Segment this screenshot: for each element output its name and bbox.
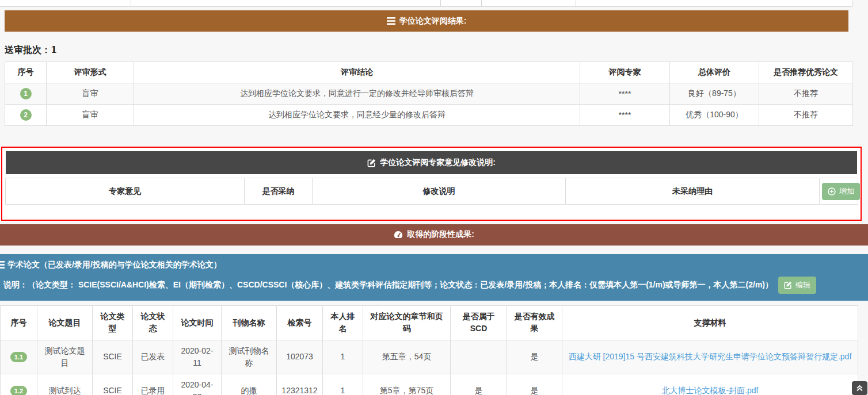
opinion-empty-row xyxy=(6,205,858,218)
recommend-cell: 不推荐 xyxy=(759,105,853,126)
support-material-link[interactable]: 北大博士论文模板-封面.pdf xyxy=(661,386,758,395)
edit-button[interactable]: 编辑 xyxy=(778,277,816,294)
col-review-conclusion: 评审结论 xyxy=(134,62,580,83)
title-cell: 测试论文题目 xyxy=(37,340,93,374)
table-row: 2 盲审 达到相应学位论文要求，同意经少量的修改后答辩 **** 优秀（100-… xyxy=(5,105,853,126)
seq-badge: 1.2 xyxy=(10,386,27,395)
opinion-modification-section: 学位论文评阅专家意见修改说明: 专家意见 是否采纳 修改说明 未采纳理由 增加 xyxy=(1,147,862,221)
conclusion-cell: 达到相应学位论文要求，同意经少量的修改后答辩 xyxy=(134,105,580,126)
form-cell: 盲审 xyxy=(47,105,134,126)
journal-cell: 的撒 xyxy=(222,374,277,395)
opinion-header-row: 专家意见 是否采纳 修改说明 未采纳理由 增加 xyxy=(6,178,858,205)
list-icon xyxy=(387,17,395,25)
add-button-label: 增加 xyxy=(839,186,854,197)
seq-cell: 1.1 xyxy=(1,340,37,374)
edit-square-icon xyxy=(367,159,376,167)
scd-cell xyxy=(451,340,507,374)
batch-label: 送审批次： xyxy=(5,44,51,55)
batch-value: 1 xyxy=(51,44,57,55)
review-header-row: 序号 评审形式 评审结论 评阅专家 总体评价 是否推荐优秀论文 xyxy=(5,62,853,83)
divider xyxy=(576,0,576,6)
col-journal: 刊物名称 xyxy=(222,305,277,340)
index-cell: 12321312 xyxy=(277,374,323,395)
papers-band: 学术论文（已发表/录用/投稿的与学位论文相关的学术论文） 说明：（论文类型： S… xyxy=(0,254,868,301)
opinion-section-title: 学位论文评阅专家意见修改说明: xyxy=(380,158,496,168)
chapter-cell: 第五章，54页 xyxy=(363,340,451,374)
empty-cell xyxy=(6,205,858,218)
status-cell: 已发表 xyxy=(133,340,173,374)
seq-cell: 1.2 xyxy=(1,374,37,395)
papers-header-row: 序号 论文题目 论文类型 论文状态 论文时间 刊物名称 检索号 本人排名 对应论… xyxy=(1,305,858,340)
achievements-header: 取得的阶段性成果: xyxy=(0,224,868,246)
table-row: 1.2 测试到达 SCIE 已录用 2020-04-22 的撒 12321312… xyxy=(1,374,858,395)
papers-title-line: 学术论文（已发表/录用/投稿的与学位论文相关的学术论文） xyxy=(0,260,868,270)
col-recommend-excellent: 是否推荐优秀论文 xyxy=(759,62,853,83)
material-cell: 西建大研 [2019]15 号西安建筑科技大学研究生申请学位论文预答辩暂行规定.… xyxy=(562,340,858,374)
valid-cell: 是 xyxy=(507,374,562,395)
overall-cell: 良好（89-75） xyxy=(670,83,759,105)
col-modification-note: 修改说明 xyxy=(313,178,566,205)
type-cell: SCIE xyxy=(93,340,133,374)
chapter-cell: 第5章，第75页 xyxy=(363,374,451,395)
date-cell: 2020-02-11 xyxy=(173,340,222,374)
overall-cell: 优秀（100-90） xyxy=(670,105,759,126)
rank-cell: 1 xyxy=(323,374,363,395)
col-paper-title: 论文题目 xyxy=(37,305,93,340)
back-to-top-button[interactable] xyxy=(852,381,867,395)
divider xyxy=(852,0,852,6)
papers-note-line: 说明：（论文类型： SCIE(SSCI/A&HCI)检索、EI（期刊检索）、CS… xyxy=(3,277,868,294)
table-row: 1 盲审 达到相应学位论文要求，同意进行一定的修改并经导师审核后答辩 **** … xyxy=(5,83,853,105)
col-seq: 序号 xyxy=(5,62,47,83)
col-expert-opinion: 专家意见 xyxy=(6,178,245,205)
review-results-header: 学位论文评阅结果: xyxy=(5,10,848,32)
col-chapter-pages: 对应论文的章节和页码 xyxy=(363,305,451,340)
divider xyxy=(481,0,482,6)
col-review-expert: 评阅专家 xyxy=(580,62,670,83)
seq-cell: 2 xyxy=(5,105,47,126)
col-review-form: 评审形式 xyxy=(47,62,134,83)
chevrons-up-icon xyxy=(856,385,863,392)
opinion-table: 专家意见 是否采纳 修改说明 未采纳理由 增加 xyxy=(5,178,858,218)
conclusion-cell: 达到相应学位论文要求，同意进行一定的修改并经导师审核后答辩 xyxy=(134,83,580,105)
plus-circle-icon xyxy=(828,187,836,195)
expert-cell: **** xyxy=(580,83,670,105)
papers-table: 序号 论文题目 论文类型 论文状态 论文时间 刊物名称 检索号 本人排名 对应论… xyxy=(0,305,858,395)
scd-cell: 是 xyxy=(451,374,507,395)
papers-note: 说明：（论文类型： SCIE(SSCI/A&HCI)检索、EI（期刊检索）、CS… xyxy=(3,280,773,290)
status-cell: 已录用 xyxy=(133,374,173,395)
type-cell: SCIE xyxy=(93,374,133,395)
col-paper-date: 论文时间 xyxy=(173,305,222,340)
divider xyxy=(440,0,441,6)
title-cell: 测试到达 xyxy=(37,374,93,395)
divider xyxy=(131,0,131,6)
col-overall-eval: 总体评价 xyxy=(670,62,759,83)
cropped-table-above xyxy=(0,0,852,7)
pencil-square-icon xyxy=(784,281,792,289)
expert-cell: **** xyxy=(580,105,670,126)
opinion-section-header: 学位论文评阅专家意见修改说明: xyxy=(6,151,857,174)
col-seq: 序号 xyxy=(1,305,37,340)
support-material-link[interactable]: 西建大研 [2019]15 号西安建筑科技大学研究生申请学位论文预答辩暂行规定.… xyxy=(569,352,852,361)
form-cell: 盲审 xyxy=(47,83,134,105)
edit-button-label: 编辑 xyxy=(795,280,810,290)
dashboard-icon xyxy=(394,231,403,239)
index-cell: 102073 xyxy=(277,340,323,374)
col-paper-status: 论文状态 xyxy=(133,305,173,340)
date-cell: 2020-04-22 xyxy=(173,374,222,395)
material-cell: 北大博士论文模板-封面.pdf xyxy=(562,374,858,395)
seq-badge: 2 xyxy=(20,109,32,121)
papers-title: 学术论文（已发表/录用/投稿的与学位论文相关的学术论文） xyxy=(7,260,222,270)
list-icon xyxy=(0,261,5,269)
rank-cell: 1 xyxy=(323,340,363,374)
add-button[interactable]: 增加 xyxy=(822,183,860,200)
seq-cell: 1 xyxy=(5,83,47,105)
review-results-title: 学位论文评阅结果: xyxy=(399,16,467,26)
seq-badge: 1.1 xyxy=(10,352,27,362)
achievements-title: 取得的阶段性成果: xyxy=(407,229,474,240)
batch-line: 送审批次：1 xyxy=(5,44,868,56)
col-rejection-reason: 未采纳理由 xyxy=(566,178,820,205)
add-button-cell: 增加 xyxy=(820,178,858,205)
col-scd: 是否属于SCD xyxy=(451,305,507,340)
table-row: 1.1 测试论文题目 SCIE 已发表 2020-02-11 测试刊物名称 10… xyxy=(1,340,858,374)
col-index-no: 检索号 xyxy=(277,305,323,340)
